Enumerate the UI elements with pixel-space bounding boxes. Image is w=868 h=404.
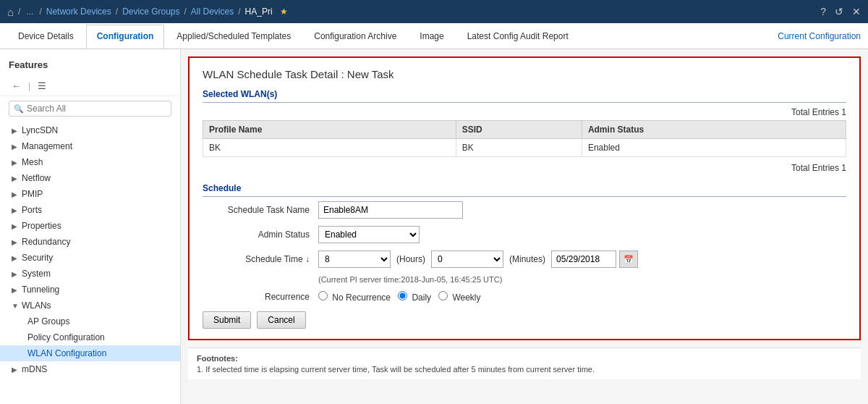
search-input[interactable] — [27, 104, 166, 114]
breadcrumb-sep-5: / — [238, 7, 240, 17]
sidebar-back-button[interactable]: ← — [9, 79, 24, 93]
minutes-label: (Minutes) — [509, 254, 545, 264]
current-configuration-link[interactable]: Current Configuration — [778, 31, 861, 41]
table-row: BK BK Enabled — [203, 139, 846, 157]
tab-configuration[interactable]: Configuration — [86, 25, 165, 49]
sidebar-item-label: WLANs — [22, 300, 51, 311]
sidebar-search-box[interactable]: 🔍 — [9, 101, 171, 117]
ellipsis: ... — [26, 7, 33, 17]
refresh-icon[interactable]: ↺ — [835, 6, 843, 17]
col-profile-name: Profile Name — [203, 121, 456, 139]
arrow-icon — [12, 286, 19, 294]
right-panel: WLAN Schedule Task Detail : New Task Sel… — [181, 49, 868, 404]
server-time-note: (Current PI server time:2018-Jun-05, 16:… — [318, 275, 846, 284]
recurrence-weekly-text: Weekly — [452, 293, 480, 303]
sidebar-subitem-ap-groups[interactable]: AP Groups — [0, 313, 180, 329]
sidebar-item-netflow[interactable]: Netflow — [0, 170, 180, 186]
sidebar-item-mesh[interactable]: Mesh — [0, 154, 180, 170]
sidebar-item-pmip[interactable]: PMIP — [0, 186, 180, 202]
recurrence-no-recurrence-radio[interactable] — [318, 291, 328, 300]
arrow-icon — [12, 159, 19, 167]
sidebar-item-label: Mesh — [22, 157, 43, 167]
button-row: Submit Cancel — [203, 311, 846, 329]
cell-admin-status: Enabled — [582, 139, 846, 157]
main-content: Features ← | ☰ 🔍 LyncSDN Management Mesh… — [0, 49, 868, 404]
arrow-icon — [12, 127, 19, 135]
top-nav-bar: ⌂ / ... / Network Devices / Device Group… — [0, 0, 868, 23]
sidebar-item-redundancy[interactable]: Redundancy — [0, 234, 180, 250]
sidebar-item-wlans[interactable]: WLANs — [0, 298, 180, 313]
footnotes: Footnotes: 1. If selected time is elapsi… — [188, 348, 861, 379]
recurrence-no-recurrence-label[interactable]: No Recurrence — [318, 291, 391, 303]
sidebar-item-label: System — [22, 269, 51, 279]
breadcrumb-sep-4: / — [184, 7, 187, 17]
submit-button[interactable]: Submit — [203, 311, 251, 329]
hours-label: (Hours) — [396, 254, 425, 264]
home-icon[interactable]: ⌂ — [7, 6, 14, 18]
sidebar-item-label: LyncSDN — [22, 125, 58, 135]
recurrence-daily-text: Daily — [412, 293, 431, 303]
sidebar-item-lync-sdn[interactable]: LyncSDN — [0, 122, 180, 138]
schedule-time-label: Schedule Time ↓ — [203, 254, 318, 264]
hour-select[interactable]: 8 — [318, 251, 391, 268]
arrow-icon — [12, 206, 19, 214]
recurrence-no-recurrence-text: No Recurrence — [332, 293, 391, 303]
sidebar-item-tunneling[interactable]: Tunneling — [0, 282, 180, 298]
sidebar-item-security[interactable]: Security — [0, 250, 180, 266]
tab-config-archive[interactable]: Configuration Archive — [303, 25, 407, 47]
sidebar-item-properties[interactable]: Properties — [0, 218, 180, 234]
task-name-input[interactable] — [318, 201, 463, 219]
date-input[interactable] — [551, 251, 616, 268]
sidebar-subitem-policy-configuration[interactable]: Policy Configuration — [0, 329, 180, 345]
help-icon[interactable]: ? — [820, 6, 826, 17]
recurrence-weekly-radio[interactable] — [438, 291, 448, 300]
col-admin-status: Admin Status — [582, 121, 846, 139]
schedule-time-controls: 8 (Hours) 0 (Minutes) 📅 — [318, 251, 638, 268]
tab-bar: Device Details Configuration Applied/Sch… — [0, 23, 868, 49]
close-icon[interactable]: ✕ — [852, 6, 861, 17]
admin-status-select[interactable]: Enabled Disabled — [318, 226, 420, 243]
sidebar-item-system[interactable]: System — [0, 266, 180, 282]
arrow-icon — [12, 254, 19, 262]
recurrence-label: Recurrence — [203, 292, 318, 302]
tab-device-details[interactable]: Device Details — [7, 25, 85, 47]
tab-latest-audit[interactable]: Latest Config Audit Report — [456, 25, 579, 47]
minutes-select[interactable]: 0 — [431, 251, 503, 268]
wlans-table: Profile Name SSID Admin Status BK BK Ena… — [203, 120, 846, 157]
total-entries-top: Total Entries 1 — [203, 107, 846, 117]
selected-wlans-header: Selected WLAN(s) — [203, 89, 846, 103]
cell-profile-name: BK — [203, 139, 456, 157]
sidebar-item-label: Ports — [22, 205, 42, 215]
arrow-icon — [12, 222, 19, 230]
sidebar-item-mdns[interactable]: mDNS — [0, 361, 180, 377]
recurrence-weekly-label[interactable]: Weekly — [438, 291, 480, 303]
tab-applied-templates[interactable]: Applied/Scheduled Templates — [166, 25, 302, 47]
total-entries-bottom: Total Entries 1 — [203, 163, 846, 173]
calendar-button[interactable]: 📅 — [619, 251, 638, 268]
sidebar-item-management[interactable]: Management — [0, 138, 180, 154]
sidebar-item-label: Management — [22, 141, 72, 151]
sidebar-item-label: mDNS — [22, 364, 47, 374]
sidebar-subitem-wlan-configuration[interactable]: WLAN Configuration — [0, 345, 180, 361]
admin-status-row: Admin Status Enabled Disabled — [203, 226, 846, 243]
breadcrumb-device-groups[interactable]: Device Groups — [122, 7, 179, 17]
sidebar-item-label: Redundancy — [22, 237, 70, 247]
breadcrumb-network-devices[interactable]: Network Devices — [46, 7, 111, 17]
task-container: WLAN Schedule Task Detail : New Task Sel… — [188, 56, 861, 340]
sidebar-item-ports[interactable]: Ports — [0, 202, 180, 218]
task-title: WLAN Schedule Task Detail : New Task — [203, 68, 846, 80]
breadcrumb-all-devices[interactable]: All Devices — [191, 7, 234, 17]
task-name-label: Schedule Task Name — [203, 205, 318, 215]
recurrence-daily-radio[interactable] — [398, 291, 407, 300]
schedule-header: Schedule — [203, 183, 846, 197]
recurrence-daily-label[interactable]: Daily — [398, 291, 431, 303]
breadcrumb-sep-2: / — [39, 7, 41, 17]
sidebar-title: Features — [0, 56, 180, 76]
tab-image[interactable]: Image — [409, 25, 454, 47]
sidebar-item-label: Security — [22, 253, 53, 263]
favorite-star-icon[interactable]: ★ — [280, 7, 288, 17]
col-ssid: SSID — [456, 121, 582, 139]
sidebar-list-button[interactable]: ☰ — [35, 79, 49, 93]
breadcrumb-current: HA_Pri — [245, 7, 273, 17]
cancel-button[interactable]: Cancel — [257, 311, 305, 329]
